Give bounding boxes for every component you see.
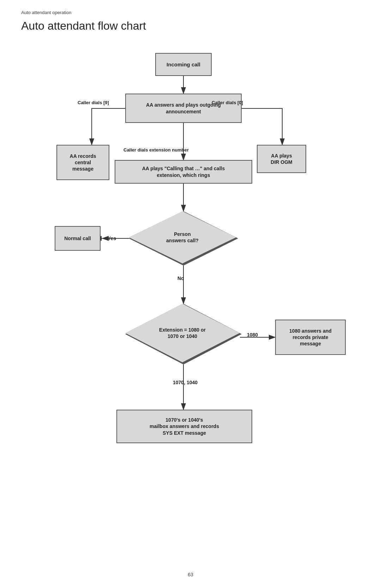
label-no: No [177,275,184,281]
person-answers-diamond: Personanswers call? [129,211,238,266]
label-yes: Yes [108,236,116,241]
extension-check-diamond: Extension = 1080 or1070 or 1040 [125,304,242,364]
label-1080: 1080 [247,332,258,338]
aa-plays-calling-box: AA plays "Calling that …" and callsexten… [115,160,252,184]
aa-records-central-box: AA recordscentralmessage [56,145,109,180]
label-caller-dials-ext: Caller dials extension number [123,147,189,153]
label-1070-1040: 1070, 1040 [173,380,198,385]
page-number: 63 [188,572,193,577]
records-private-box: 1080 answers andrecords privatemessage [275,320,346,355]
label-caller-dials-9: Caller dials [9] [78,100,109,105]
aa-answers-box: AA answers and plays outgoingannouncemen… [125,94,242,123]
label-caller-dials-0: Caller dials [0] [212,100,243,105]
aa-plays-dir-box: AA playsDIR OGM [257,145,306,173]
incoming-call-box: Incoming call [155,53,212,76]
flowchart: Incoming call AA answers and plays outgo… [21,42,360,567]
mailbox-records-box: 1070's or 1040'smailbox answers and reco… [116,410,252,443]
normal-call-box: Normal call [55,226,101,251]
page-title: Auto attendant flow chart [21,19,146,32]
breadcrumb: Auto attendant operation [21,10,71,15]
